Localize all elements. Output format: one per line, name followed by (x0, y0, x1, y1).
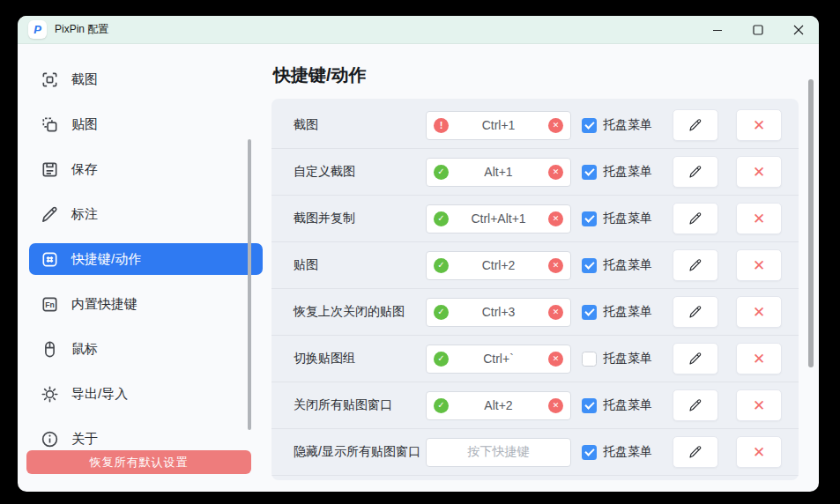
tray-menu-checkbox[interactable] (582, 258, 597, 273)
clear-hotkey-icon[interactable] (548, 118, 563, 133)
hotkey-input[interactable]: Alt+1 (426, 158, 571, 187)
hotkey-value: Ctrl+Alt+1 (449, 211, 548, 226)
valid-check-icon (434, 165, 449, 180)
mouse-icon (40, 339, 60, 359)
conflict-warning-icon (434, 118, 449, 133)
hotkey-value: Ctrl+2 (449, 258, 548, 272)
tray-menu-checkbox[interactable] (582, 305, 597, 320)
delete-button[interactable]: ✕ (736, 389, 782, 421)
edit-button[interactable] (673, 203, 718, 234)
edit-button[interactable] (673, 156, 718, 188)
sidebar-item-label: 内置快捷键 (71, 296, 138, 313)
tray-menu-checkbox[interactable] (582, 211, 597, 226)
tray-menu-checkbox[interactable] (582, 445, 597, 460)
edit-button[interactable] (673, 389, 718, 421)
hotkey-value: Alt+1 (449, 165, 548, 179)
hotkey-row: 截图 Ctrl+1 托盘菜单 ✕ (271, 102, 799, 149)
sidebar-item-screenshot[interactable]: 截图 (29, 63, 263, 95)
pencil-icon (688, 304, 703, 320)
clear-hotkey-icon[interactable] (548, 258, 563, 273)
hotkey-row-label: 恢复上次关闭的贴图 (294, 304, 426, 320)
sidebar-item-mouse[interactable]: 鼠标 (29, 333, 263, 365)
tray-menu-checkbox[interactable] (582, 398, 597, 413)
maximize-icon (753, 25, 763, 35)
valid-check-icon (434, 305, 449, 320)
delete-button[interactable]: ✕ (736, 436, 782, 468)
pencil-icon (688, 257, 703, 273)
sidebar-item-pin-image[interactable]: 贴图 (29, 108, 263, 140)
clear-hotkey-icon[interactable] (548, 398, 563, 413)
hotkey-list: 截图 Ctrl+1 托盘菜单 ✕ 自定义截图 (271, 99, 799, 480)
sidebar: 截图 贴图 保存 标注 (18, 44, 271, 492)
sidebar-item-label: 鼠标 (71, 341, 98, 358)
sidebar-item-builtin-hotkeys[interactable]: Fn 内置快捷键 (29, 288, 263, 320)
info-icon (40, 429, 60, 449)
sidebar-item-label: 标注 (71, 206, 98, 223)
hotkey-row: 自定义截图 Alt+1 托盘菜单 ✕ (271, 149, 799, 196)
hotkey-row: 切换贴图组 Ctrl+` 托盘菜单 ✕ (271, 336, 799, 382)
titlebar: P PixPin 配置 (18, 16, 819, 44)
sidebar-item-label: 保存 (71, 161, 98, 178)
tray-menu-label: 托盘菜单 (603, 351, 652, 367)
content-scrollbar[interactable] (808, 79, 814, 367)
tray-menu-checkbox[interactable] (582, 118, 597, 133)
delete-button[interactable]: ✕ (736, 203, 782, 234)
hotkey-row-label: 切换贴图组 (294, 351, 426, 367)
fn-key-icon: Fn (40, 294, 60, 315)
tray-menu-label: 托盘菜单 (603, 397, 652, 413)
sidebar-item-annotate[interactable]: 标注 (29, 198, 263, 230)
edit-button[interactable] (673, 296, 718, 328)
sidebar-item-save[interactable]: 保存 (29, 153, 263, 185)
edit-button[interactable] (673, 343, 718, 374)
page-title: 快捷键/动作 (273, 63, 367, 87)
close-icon (793, 25, 804, 35)
tray-menu-label: 托盘菜单 (603, 211, 652, 226)
main-content: 快捷键/动作 截图 Ctrl+1 托盘菜单 ✕ (271, 44, 819, 492)
edit-button[interactable] (673, 249, 718, 281)
edit-button[interactable] (673, 436, 718, 468)
close-button[interactable] (778, 16, 819, 43)
clear-hotkey-icon[interactable] (548, 352, 563, 367)
hotkey-input[interactable]: 按下快捷键 (426, 438, 571, 467)
hotkey-value: Alt+2 (449, 398, 548, 412)
delete-button[interactable]: ✕ (736, 343, 782, 374)
hotkey-input[interactable]: Ctrl+3 (426, 298, 571, 327)
pencil-icon (688, 397, 703, 413)
sidebar-scrollbar[interactable] (248, 139, 251, 430)
sidebar-item-label: 贴图 (71, 116, 98, 133)
tray-menu-checkbox[interactable] (582, 165, 597, 180)
pencil-icon (688, 117, 703, 133)
hotkey-input[interactable]: Ctrl+2 (426, 251, 571, 280)
delete-button[interactable]: ✕ (736, 109, 782, 141)
reset-defaults-button[interactable]: 恢复所有默认设置 (26, 450, 251, 474)
screenshot-crop-icon (40, 70, 60, 90)
tray-menu-label: 托盘菜单 (603, 117, 652, 133)
sidebar-item-label: 导出/导入 (71, 386, 128, 403)
sidebar-item-export-import[interactable]: 导出/导入 (29, 378, 263, 410)
hotkey-input[interactable]: Ctrl+Alt+1 (426, 204, 571, 233)
clear-hotkey-icon[interactable] (548, 211, 563, 226)
hotkey-row: 隐藏/显示所有贴图窗口 按下快捷键 托盘菜单 ✕ (271, 429, 799, 476)
pencil-icon (688, 211, 703, 226)
hotkey-row: 恢复上次关闭的贴图 Ctrl+3 托盘菜单 ✕ (271, 289, 799, 336)
maximize-button[interactable] (738, 16, 778, 43)
edit-button[interactable] (673, 109, 718, 141)
hotkey-input[interactable]: Ctrl+` (426, 345, 571, 374)
clear-hotkey-icon[interactable] (548, 305, 563, 320)
sidebar-item-hotkeys[interactable]: 快捷键/动作 (29, 243, 263, 275)
svg-text:Fn: Fn (45, 300, 55, 308)
clear-hotkey-icon[interactable] (548, 165, 563, 180)
delete-button[interactable]: ✕ (736, 296, 782, 328)
delete-button[interactable]: ✕ (736, 156, 782, 188)
gear-icon (40, 384, 60, 404)
hotkey-placeholder: 按下快捷键 (434, 444, 563, 460)
minimize-button[interactable] (697, 16, 738, 43)
hotkey-input[interactable]: Ctrl+1 (426, 111, 571, 140)
tray-menu-checkbox[interactable] (582, 352, 597, 367)
sidebar-item-label: 截图 (71, 71, 98, 88)
delete-button[interactable]: ✕ (736, 249, 782, 281)
valid-check-icon (434, 398, 449, 413)
sidebar-item-label: 关于 (71, 431, 98, 448)
pencil-icon (688, 444, 703, 460)
hotkey-input[interactable]: Alt+2 (426, 391, 571, 420)
